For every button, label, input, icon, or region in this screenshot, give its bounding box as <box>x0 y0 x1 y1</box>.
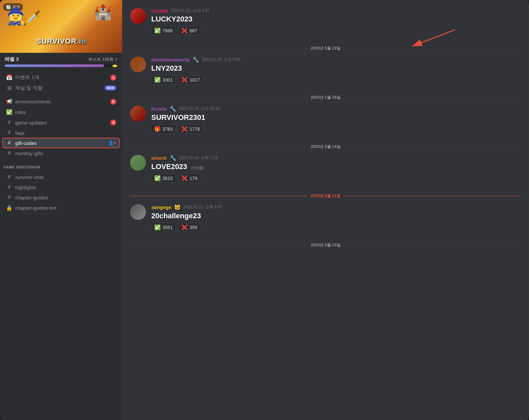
message-row: xinorK 🔧 2023.02.14. 오후 7:19 LOVE2023 (수… <box>130 154 521 187</box>
add-member-icon[interactable]: 👤+ <box>108 140 116 146</box>
username[interactable]: Crystal <box>151 8 168 14</box>
reaction-row: ✅ 3551 ❌ 359 <box>151 223 521 232</box>
sidebar-item-gift-codes[interactable]: # gift-codes 👤+ <box>3 138 120 148</box>
reaction-check[interactable]: ✅ 3301 <box>151 75 176 84</box>
message-header: Kronix 🔧 2023.01.29. 오전 12:22 <box>151 106 521 112</box>
reaction-x[interactable]: ❌ 667 <box>178 26 200 35</box>
message-header: davidwanqwerty 🔧 2023.01.23. 오전 5:08 <box>151 56 521 63</box>
username[interactable]: xinorK <box>151 155 167 161</box>
reaction-row: ✅ 7888 ❌ 667 <box>151 26 521 35</box>
reaction-check[interactable]: ✅ 7888 <box>151 26 176 35</box>
reaction-x[interactable]: ❌ 1776 <box>178 124 203 133</box>
progress-bar: ⭐ <box>5 64 118 67</box>
reaction-row: ✅ 3610 ❌ 179 <box>151 174 521 183</box>
message-body: davidwanqwerty 🔧 2023.01.23. 오전 5:08 LNY… <box>151 56 521 84</box>
date-label: 2023년 2월 14일 <box>311 144 340 150</box>
user-emoji: 🔧 <box>193 56 199 63</box>
avatar <box>130 155 146 171</box>
hash-icon: # <box>6 194 13 200</box>
sidebar-item-channels-roles[interactable]: ⊞ 채널 및 역할 NEW <box>3 83 120 93</box>
sidebar-item-events[interactable]: 📅 이벤트 1개 1 <box>3 72 120 83</box>
message-time: 2023.01.29. 오전 12:22 <box>179 106 220 112</box>
game-logo: SURVIVOR.io <box>36 37 86 46</box>
sidebar-item-monthly-gifts[interactable]: # monthly-gifts <box>3 148 120 158</box>
message-time: 2023.01.01. 오전 3:37 <box>171 8 209 14</box>
reaction-row: 🎁 3763 ❌ 1776 <box>151 124 521 133</box>
date-line <box>130 147 307 147</box>
reaction-check[interactable]: ✅ 3551 <box>151 223 176 232</box>
date-line <box>130 48 307 49</box>
reaction-check[interactable]: ✅ 3610 <box>151 174 176 183</box>
level-text: 레벨 3 <box>5 56 19 62</box>
reaction-x[interactable]: ❌ 179 <box>178 174 200 183</box>
reaction-x[interactable]: ❌ 1017 <box>178 75 203 84</box>
x-emoji: ❌ <box>181 224 188 230</box>
message-code: LOVE2023 (수정됨) <box>151 162 521 171</box>
date-line <box>130 245 307 245</box>
date-line <box>344 97 521 98</box>
banner-art2: 🗡️ <box>26 10 41 23</box>
message-body: Crystal 2023.01.01. 오전 3:37 LUCKY2023 ✅ … <box>151 8 521 35</box>
boost-text[interactable]: 부스트 165회 > <box>88 56 118 62</box>
sidebar-item-rules[interactable]: ✅ rules <box>3 107 120 117</box>
server-banner: 🔄 공개 SURVIVOR.io 🧙 🗡️ 🏰 <box>0 0 122 53</box>
sidebar-item-faqs[interactable]: # faqs <box>3 128 120 138</box>
gift-emoji: 🎁 <box>154 126 161 132</box>
hash-icon: # <box>6 184 13 190</box>
channels-section: 📢 announcements 6 ✅ rules # game-updates… <box>0 95 122 160</box>
x-emoji: ❌ <box>181 175 188 181</box>
date-line <box>344 147 521 147</box>
check-emoji: ✅ <box>154 77 161 83</box>
date-label: 2023년 2월 23일 <box>311 242 340 248</box>
x-emoji: ❌ <box>181 126 188 132</box>
message-header: xinorK 🔧 2023.02.14. 오후 7:19 <box>151 155 521 161</box>
message-body: Kronix 🔧 2023.01.29. 오전 12:22 SURVIVOR23… <box>151 106 521 133</box>
user-emoji: 🔧 <box>170 106 176 112</box>
username[interactable]: davidwanqwerty <box>151 57 190 62</box>
avatar <box>130 204 146 220</box>
hash-icon: # <box>6 130 13 136</box>
sidebar-item-highlights[interactable]: # highlights <box>3 182 120 192</box>
message-row: sangege 🐱 2023.02.21. 오후 9:07 20challeng… <box>130 203 521 236</box>
hash-icon: # <box>6 120 13 125</box>
sidebar-item-game-updates[interactable]: # game-updates 4 <box>3 118 120 127</box>
x-emoji: ❌ <box>181 77 188 83</box>
reaction-x[interactable]: ❌ 359 <box>178 223 200 232</box>
avatar <box>130 8 146 24</box>
message-row: davidwanqwerty 🔧 2023.01.23. 오전 5:08 LNY… <box>130 55 521 88</box>
rules-icon: ✅ <box>6 109 13 115</box>
reaction-gift[interactable]: 🎁 3763 <box>151 124 176 133</box>
date-separator: 2023년 1월 29일 <box>130 95 521 100</box>
avatar <box>130 106 146 122</box>
date-separator: 2023년 2월 14일 <box>130 144 521 150</box>
channels-icon: ⊞ <box>6 85 13 91</box>
check-emoji: ✅ <box>154 175 161 181</box>
megaphone-icon: 📢 <box>6 98 13 105</box>
message-time: 2023.02.21. 오후 9:07 <box>183 204 222 210</box>
date-line <box>130 97 307 98</box>
lock-icon: 🔒 <box>6 205 13 211</box>
hash-icon: # <box>6 174 13 180</box>
date-line <box>130 196 307 196</box>
sidebar-item-chapter-guides[interactable]: # chapter-guides <box>3 192 120 202</box>
date-line <box>344 48 521 49</box>
message-code: SURVIVOR2301 <box>151 113 521 122</box>
date-line <box>344 245 521 245</box>
message-body: xinorK 🔧 2023.02.14. 오후 7:19 LOVE2023 (수… <box>151 155 521 183</box>
sidebar-item-survivor-chat[interactable]: # survivor-chat <box>3 172 120 182</box>
calendar-icon: 📅 <box>6 74 13 81</box>
hash-icon: # <box>6 140 13 146</box>
sidebar-item-announcements[interactable]: 📢 announcements 6 <box>3 96 120 107</box>
date-label: 2023년 1월 23일 <box>311 46 340 51</box>
username[interactable]: sangege <box>151 204 171 210</box>
game-discussion-section: # survivor-chat # highlights # chapter-g… <box>0 170 122 215</box>
hash-icon: # <box>6 150 13 156</box>
user-emoji: 🐱 <box>174 204 181 210</box>
sidebar-item-chapter-guides-bot[interactable]: 🔒 chapter-guides-bot <box>3 203 120 213</box>
banner-art3: 🏰 <box>94 3 112 21</box>
progress-fill <box>5 64 104 67</box>
date-line <box>344 196 521 196</box>
server-info: 레벨 3 부스트 165회 > ⭐ <box>0 53 122 71</box>
message-code: LUCKY2023 <box>151 15 521 23</box>
username[interactable]: Kronix <box>151 106 167 112</box>
